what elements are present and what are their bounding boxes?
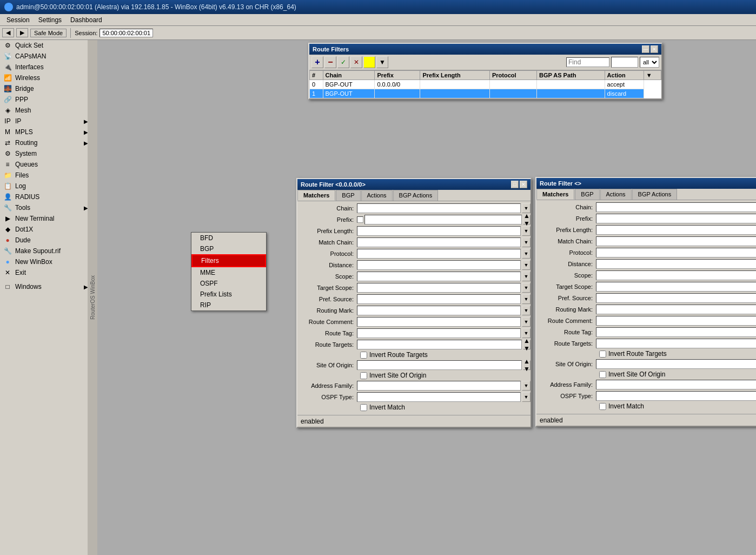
sidebar-item-system[interactable]: ⚙ System	[0, 148, 91, 159]
sidebar-item-mpls[interactable]: M MPLS	[0, 127, 91, 137]
cm-item-bfd[interactable]: BFD	[191, 233, 266, 243]
invert-match-checkbox-right[interactable]	[599, 403, 606, 410]
distance-input-right[interactable]	[596, 259, 756, 269]
route-comment-input-left[interactable]	[357, 317, 521, 327]
sidebar-item-dot1x[interactable]: ◆ Dot1X	[0, 224, 91, 235]
tab-bgp-right[interactable]: BGP	[575, 189, 599, 200]
protocol-input-left[interactable]	[357, 249, 521, 259]
routing-mark-dropdown-left[interactable]: ▼	[522, 306, 530, 315]
col-header-arrow[interactable]: ▼	[644, 71, 661, 80]
protocol-dropdown-left[interactable]: ▼	[522, 249, 530, 259]
site-of-origin-input-left[interactable]	[357, 360, 522, 370]
sidebar-item-exit[interactable]: ✕ Exit	[0, 267, 91, 278]
pref-source-dropdown-left[interactable]: ▼	[522, 294, 530, 304]
sidebar-item-quickset[interactable]: ⚙ Quick Set	[0, 40, 91, 51]
sidebar-item-new-terminal[interactable]: ▶ New Terminal	[0, 213, 91, 224]
routing-mark-input-right[interactable]	[596, 305, 756, 314]
invert-route-targets-checkbox-left[interactable]	[360, 352, 367, 359]
site-of-origin-scrollbar-left[interactable]: ▲▼	[523, 360, 530, 370]
sidebar-item-queues[interactable]: ≡ Queues	[0, 159, 91, 170]
site-of-origin-input-right[interactable]	[596, 359, 756, 369]
forward-button[interactable]: ▶	[16, 28, 28, 37]
route-comment-dropdown-left[interactable]: ▼	[522, 317, 530, 327]
prefix-scrollbar-left[interactable]: ▲▼	[523, 215, 530, 224]
tab-matchers-left[interactable]: Matchers	[297, 190, 335, 201]
search-input[interactable]	[566, 57, 609, 67]
comment-button[interactable]	[363, 56, 375, 68]
sidebar-item-files[interactable]: 📁 Files	[0, 170, 91, 181]
remove-button[interactable]: −	[324, 56, 336, 68]
match-chain-input-right[interactable]	[596, 236, 756, 246]
cm-item-mme[interactable]: MME	[191, 267, 266, 278]
left-minimize-button[interactable]: □	[511, 181, 519, 188]
routing-mark-input-left[interactable]	[357, 306, 521, 315]
route-targets-scrollbar-left[interactable]: ▲▼	[523, 340, 530, 349]
sidebar-item-supout[interactable]: 🔧 Make Supout.rif	[0, 246, 91, 256]
chain-input-right[interactable]: BGP-OUT	[596, 202, 756, 212]
filter-value[interactable]: all	[611, 57, 638, 68]
prefix-input-left[interactable]: 0.0.0.0/0	[364, 215, 522, 224]
menu-session[interactable]: Session	[2, 15, 34, 25]
cm-item-rip[interactable]: RIP	[191, 300, 266, 310]
sidebar-item-radius[interactable]: 👤 RADIUS	[0, 191, 91, 202]
ospf-type-dropdown-left[interactable]: ▼	[522, 392, 530, 402]
tab-actions-left[interactable]: Actions	[361, 190, 393, 201]
prefix-length-input-right[interactable]	[596, 225, 756, 235]
tab-actions-right[interactable]: Actions	[600, 189, 632, 200]
sidebar-item-routing[interactable]: ⇄ Routing	[0, 137, 91, 148]
close-button[interactable]: ✕	[651, 45, 658, 53]
sidebar-item-capsman[interactable]: 📡 CAPsMAN	[0, 51, 91, 62]
ospf-type-input-right[interactable]	[596, 391, 756, 401]
invert-site-of-origin-checkbox-right[interactable]	[599, 371, 606, 378]
scope-input-left[interactable]	[357, 272, 521, 281]
chain-input-left[interactable]: BGP-OUT	[357, 203, 521, 213]
table-row[interactable]: 0 BGP-OUT 0.0.0.0/0 accept	[310, 80, 661, 89]
target-scope-dropdown-left[interactable]: ▼	[522, 283, 530, 293]
prefix-checkbox-left[interactable]	[357, 216, 363, 223]
route-comment-input-right[interactable]	[596, 316, 756, 326]
sidebar-item-ip[interactable]: IP IP	[0, 116, 91, 127]
address-family-input-left[interactable]	[357, 381, 521, 391]
address-family-dropdown-left[interactable]: ▼	[522, 381, 530, 391]
sidebar-item-log[interactable]: 📋 Log	[0, 181, 91, 191]
sidebar-item-ppp[interactable]: 🔗 PPP	[0, 94, 91, 105]
add-button[interactable]: +	[311, 56, 323, 68]
protocol-input-right[interactable]	[596, 248, 756, 257]
cm-item-bgp[interactable]: BGP	[191, 243, 266, 254]
sidebar-item-bridge[interactable]: 🌉 Bridge	[0, 83, 91, 94]
disable-button[interactable]: ✕	[350, 56, 362, 68]
tab-matchers-right[interactable]: Matchers	[536, 189, 574, 200]
minimize-button[interactable]: —	[642, 45, 649, 53]
safe-mode-button[interactable]: Safe Mode	[30, 29, 67, 37]
back-button[interactable]: ◀	[2, 28, 14, 37]
enable-button[interactable]: ✓	[337, 56, 349, 68]
cm-item-prefix-lists[interactable]: Prefix Lists	[191, 289, 266, 300]
invert-site-of-origin-checkbox-left[interactable]	[360, 372, 367, 379]
route-targets-input-left[interactable]	[357, 340, 522, 349]
tab-bgp-left[interactable]: BGP	[336, 190, 360, 201]
target-scope-input-left[interactable]	[357, 283, 521, 293]
cm-item-ospf[interactable]: OSPF	[191, 278, 266, 289]
sidebar-item-wireless[interactable]: 📶 Wireless	[0, 72, 91, 83]
route-tag-input-left[interactable]	[357, 328, 521, 338]
menu-settings[interactable]: Settings	[34, 15, 66, 25]
scope-dropdown-left[interactable]: ▼	[522, 272, 530, 281]
filter-button[interactable]: ▼	[376, 56, 388, 68]
invert-route-targets-checkbox-right[interactable]	[599, 351, 606, 358]
route-targets-input-right[interactable]	[596, 339, 756, 348]
prefix-length-input-left[interactable]	[357, 226, 521, 236]
pref-source-input-left[interactable]	[357, 294, 521, 304]
sidebar-item-mesh[interactable]: ◈ Mesh	[0, 105, 91, 116]
left-close-button[interactable]: ✕	[520, 181, 527, 188]
sidebar-item-windows[interactable]: □ Windows	[0, 281, 91, 292]
distance-input-left[interactable]	[357, 260, 521, 270]
ospf-type-input-left[interactable]	[357, 392, 521, 402]
prefix-input-right[interactable]	[596, 214, 756, 223]
sidebar-item-tools[interactable]: 🔧 Tools	[0, 202, 91, 213]
address-family-input-right[interactable]	[596, 380, 756, 389]
table-row[interactable]: 1 BGP-OUT discard	[310, 89, 661, 98]
scope-input-right[interactable]	[596, 270, 756, 280]
match-chain-dropdown-left[interactable]: ▼	[522, 237, 530, 247]
distance-dropdown-left[interactable]: ▼	[522, 260, 530, 270]
target-scope-input-right[interactable]	[596, 282, 756, 292]
